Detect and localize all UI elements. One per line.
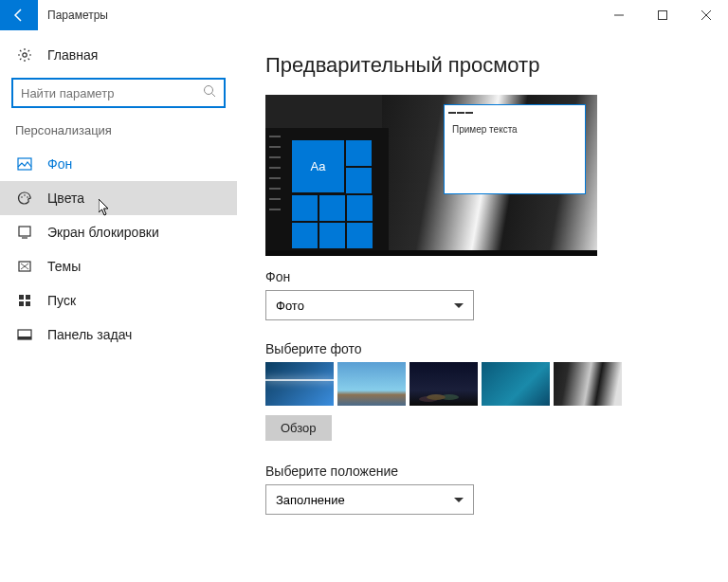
maximize-button[interactable] (641, 0, 684, 30)
sidebar-item-label: Фон (47, 156, 72, 172)
close-button[interactable] (684, 0, 728, 30)
themes-icon (15, 259, 34, 274)
sidebar-item-label: Экран блокировки (47, 225, 159, 240)
lockscreen-icon (15, 225, 34, 240)
fit-label: Выберите положение (265, 464, 700, 479)
sidebar-item-label: Панель задач (47, 327, 132, 342)
svg-rect-9 (19, 295, 24, 300)
browse-button[interactable]: Обзор (265, 415, 332, 441)
svg-rect-14 (18, 336, 31, 339)
photo-thumb-3[interactable] (410, 362, 478, 406)
preview-window-text: Пример текста (445, 120, 585, 138)
svg-point-4 (21, 196, 23, 198)
sidebar-item-start[interactable]: Пуск (0, 283, 237, 318)
sidebar-item-label: Темы (47, 259, 81, 274)
svg-rect-7 (19, 227, 30, 236)
svg-rect-10 (26, 295, 30, 300)
svg-point-1 (23, 53, 27, 57)
svg-point-5 (24, 194, 26, 196)
start-icon (15, 293, 34, 308)
svg-point-2 (205, 86, 213, 95)
chevron-down-icon (454, 498, 464, 502)
fit-select[interactable]: Заполнение (265, 484, 474, 515)
image-icon (15, 156, 34, 172)
photo-thumbnails (265, 362, 700, 406)
svg-point-6 (27, 196, 28, 198)
palette-icon (15, 191, 34, 206)
sidebar-item-taskbar[interactable]: Панель задач (0, 318, 237, 352)
window-controls (597, 0, 728, 30)
photo-thumb-5[interactable] (554, 362, 622, 406)
background-label: Фон (265, 269, 700, 284)
search-icon (203, 84, 216, 101)
back-button[interactable] (0, 0, 38, 30)
preview-window: Пример текста (444, 104, 586, 194)
choose-photo-label: Выберите фото (265, 341, 700, 356)
background-select[interactable]: Фото (265, 290, 474, 320)
titlebar: Параметры (0, 0, 728, 30)
preview-tile-text: Aa (292, 140, 344, 192)
sidebar-item-label: Пуск (47, 293, 76, 308)
sidebar-item-label: Цвета (47, 191, 84, 206)
sidebar: Главная Персонализация Фон Цвета Экран б… (0, 30, 237, 582)
window-title: Параметры (47, 9, 108, 22)
sidebar-item-themes[interactable]: Темы (0, 249, 237, 283)
photo-thumb-2[interactable] (337, 362, 406, 406)
sidebar-item-background[interactable]: Фон (0, 147, 237, 181)
chevron-down-icon (454, 303, 464, 308)
photo-thumb-1[interactable] (265, 362, 334, 406)
photo-thumb-4[interactable] (482, 362, 550, 406)
page-title: Предварительный просмотр (265, 53, 700, 78)
home-label: Главная (47, 47, 98, 63)
section-label: Персонализация (0, 123, 237, 137)
main-content: Предварительный просмотр Aa Пример текст… (237, 30, 728, 582)
svg-rect-12 (26, 301, 30, 306)
desktop-preview: Aa Пример текста (265, 95, 597, 256)
svg-rect-0 (659, 11, 667, 20)
sidebar-item-lockscreen[interactable]: Экран блокировки (0, 215, 237, 249)
fit-value: Заполнение (276, 493, 345, 507)
svg-rect-11 (19, 301, 24, 306)
search-input[interactable] (11, 78, 226, 108)
sidebar-item-colors[interactable]: Цвета (0, 181, 237, 215)
background-value: Фото (276, 299, 304, 313)
minimize-button[interactable] (597, 0, 641, 30)
home-link[interactable]: Главная (0, 40, 237, 70)
gear-icon (15, 47, 34, 63)
taskbar-icon (15, 327, 34, 342)
search-field[interactable] (21, 86, 203, 100)
